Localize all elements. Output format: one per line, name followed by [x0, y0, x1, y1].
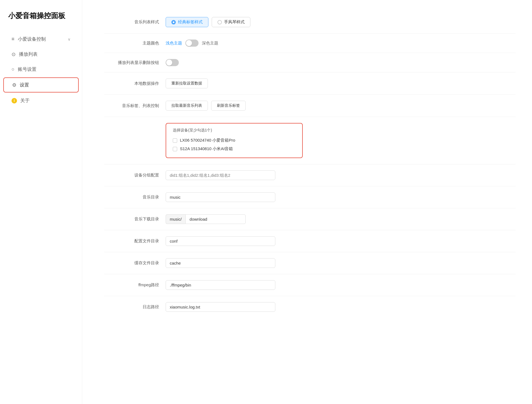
sidebar-item-label: 关于: [20, 97, 70, 104]
config-dir-control: [166, 236, 516, 246]
sidebar-item-settings[interactable]: ⚙ 设置: [3, 77, 79, 92]
fetch-settings-button[interactable]: 重新拉取设置数据: [166, 78, 208, 88]
music-download-dir-label: 音乐下载目录: [104, 217, 159, 222]
music-tag-list-row: 音乐标签、列表控制 拉取最新音乐列表 刷新音乐标签: [104, 95, 516, 117]
playlist-delete-label: 播放列表显示删除按钮: [104, 60, 159, 65]
config-dir-input[interactable]: [166, 236, 275, 246]
log-path-input[interactable]: [166, 302, 275, 312]
log-path-control: [166, 302, 516, 312]
device-row-lx06: LX06 570024740 小爱音箱Pro: [173, 136, 296, 145]
music-tag-list-label: 音乐标签、列表控制: [104, 103, 159, 108]
radio-classic-label: 经典标签样式: [178, 19, 203, 25]
settings-icon: ⚙: [12, 82, 16, 88]
log-path-label: 日志路径: [104, 304, 159, 310]
log-path-row: 日志路径: [104, 296, 516, 318]
theme-row: 主题颜色 浅色主题 深色主题: [104, 33, 516, 53]
theme-toggle[interactable]: [185, 40, 199, 47]
playlist-delete-toggle[interactable]: [166, 59, 179, 66]
config-dir-row: 配置文件目录: [104, 230, 516, 252]
settings-section: 音乐列表样式 经典标签样式 手风琴样式 主题颜色 浅色主题: [104, 11, 516, 318]
music-download-dir-row: 音乐下载目录 music/: [104, 208, 516, 230]
main-content: 音乐列表样式 经典标签样式 手风琴样式 主题颜色 浅色主题: [82, 0, 532, 404]
app-title: 小爱音箱操控面板: [0, 11, 82, 32]
playlist-delete-row: 播放列表显示删除按钮: [104, 53, 516, 72]
cache-dir-input[interactable]: [166, 258, 275, 268]
music-list-style-radio-group: 经典标签样式 手风琴样式: [166, 17, 250, 27]
music-list-style-label: 音乐列表样式: [104, 19, 159, 25]
config-dir-label: 配置文件目录: [104, 239, 159, 244]
music-dir-row: 音乐目录: [104, 186, 516, 208]
device-group-row: 设备分组配置: [104, 164, 516, 186]
radio-dot-empty: [217, 20, 222, 24]
music-list-style-row: 音乐列表样式 经典标签样式 手风琴样式: [104, 11, 516, 33]
theme-control: 浅色主题 深色主题: [166, 40, 516, 47]
local-data-label: 本地数据操作: [104, 81, 159, 86]
refresh-music-tag-button[interactable]: 刷新音乐标签: [211, 101, 246, 111]
device-control-icon: ≡: [12, 36, 15, 42]
device-selection-box: 选择设备(至少勾选1个) LX06 570024740 小爱音箱Pro S12A…: [166, 123, 303, 158]
local-data-row: 本地数据操作 重新拉取设置数据: [104, 72, 516, 95]
music-dir-label: 音乐目录: [104, 195, 159, 200]
sidebar-item-label: 设置: [20, 82, 70, 88]
ffmpeg-path-control: [166, 280, 516, 290]
music-download-dir-inputs: music/: [166, 214, 246, 224]
music-dir-control: [166, 192, 516, 202]
radio-accordion[interactable]: 手风琴样式: [212, 17, 250, 27]
sidebar-item-about[interactable]: i 关于: [3, 94, 79, 108]
device-label-s12a: S12A 151340810 小米AI音箱: [180, 146, 233, 152]
sidebar-item-label: 小爱设备控制: [18, 36, 64, 42]
device-selection-row: 选择设备(至少勾选1个) LX06 570024740 小爱音箱Pro S12A…: [104, 117, 516, 164]
theme-dark-label: 深色主题: [202, 41, 218, 46]
about-icon: i: [12, 98, 17, 103]
music-download-dir-prefix: music/: [166, 214, 185, 224]
ffmpeg-path-row: ffmpeg路径: [104, 274, 516, 296]
device-label-lx06: LX06 570024740 小爱音箱Pro: [180, 138, 235, 143]
playlist-delete-control: [166, 59, 516, 66]
chevron-down-icon: ∨: [68, 37, 70, 41]
sidebar: 小爱音箱操控面板 ≡ 小爱设备控制 ∨ ⊙ 播放列表 ○ 账号设置 ⚙ 设置 i…: [0, 0, 82, 404]
music-download-dir-input[interactable]: [185, 214, 246, 224]
radio-dot-selected: [171, 20, 176, 24]
sidebar-item-label: 播放列表: [19, 51, 70, 57]
device-selection-title: 选择设备(至少勾选1个): [173, 128, 296, 133]
device-checkbox-s12a[interactable]: [173, 147, 177, 151]
cache-dir-control: [166, 258, 516, 268]
playlist-icon: ⊙: [12, 51, 16, 57]
ffmpeg-path-input[interactable]: [166, 280, 275, 290]
cache-dir-label: 缓存文件目录: [104, 260, 159, 266]
account-icon: ○: [12, 66, 15, 72]
ffmpeg-path-label: ffmpeg路径: [104, 282, 159, 288]
device-group-label: 设备分组配置: [104, 173, 159, 178]
device-group-input[interactable]: [166, 170, 275, 180]
music-download-dir-control: music/: [166, 214, 516, 224]
music-tag-list-control: 拉取最新音乐列表 刷新音乐标签: [166, 101, 516, 111]
sidebar-item-label: 账号设置: [18, 66, 70, 72]
sidebar-item-account[interactable]: ○ 账号设置: [3, 62, 79, 76]
radio-classic[interactable]: 经典标签样式: [166, 17, 208, 27]
theme-light-label: 浅色主题: [166, 41, 182, 46]
device-group-control: [166, 170, 516, 180]
sidebar-item-device-control[interactable]: ≡ 小爱设备控制 ∨: [3, 32, 79, 46]
fetch-music-list-button[interactable]: 拉取最新音乐列表: [166, 101, 208, 111]
device-selection-control: 选择设备(至少勾选1个) LX06 570024740 小爱音箱Pro S12A…: [166, 123, 516, 158]
device-checkbox-lx06[interactable]: [173, 138, 177, 143]
device-row-s12a: S12A 151340810 小米AI音箱: [173, 145, 296, 153]
sidebar-item-playlist[interactable]: ⊙ 播放列表: [3, 47, 79, 61]
local-data-control: 重新拉取设置数据: [166, 78, 516, 88]
cache-dir-row: 缓存文件目录: [104, 252, 516, 274]
radio-accordion-label: 手风琴样式: [224, 19, 245, 25]
music-list-style-control: 经典标签样式 手风琴样式: [166, 17, 516, 27]
music-dir-input[interactable]: [166, 192, 275, 202]
theme-label: 主题颜色: [104, 41, 159, 46]
